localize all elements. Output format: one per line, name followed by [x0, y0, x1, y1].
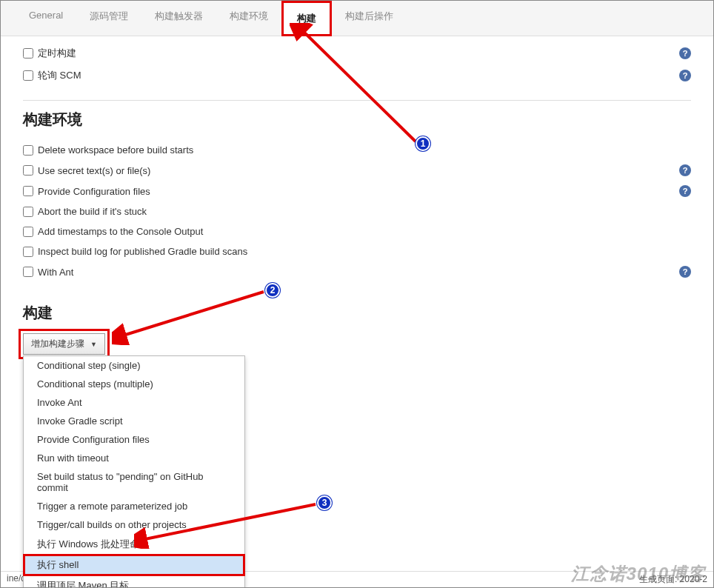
- trigger-label: 定时构建: [38, 47, 679, 60]
- tab-general[interactable]: General: [16, 1, 76, 36]
- help-icon[interactable]: ?: [679, 266, 691, 278]
- buildenv-label: Use secret text(s) or file(s): [38, 165, 679, 176]
- trigger-row: 轮询 SCM ?: [23, 64, 691, 87]
- checkbox-timed-build[interactable]: [23, 48, 33, 59]
- checkbox-poll-scm[interactable]: [23, 70, 33, 81]
- build-step-option[interactable]: Set build status to "pending" on GitHub …: [24, 467, 244, 497]
- build-step-option[interactable]: Invoke Ant: [24, 393, 244, 412]
- build-step-option[interactable]: Trigger a remote parameterized job: [24, 497, 244, 515]
- buildenv-label: With Ant: [38, 267, 679, 278]
- buildenv-checkbox[interactable]: [23, 247, 33, 257]
- add-build-step-button[interactable]: 增加构建步骤 ▼: [23, 333, 105, 355]
- buildenv-row: With Ant?: [23, 261, 691, 282]
- buildenv-row: Add timestamps to the Console Output: [23, 221, 691, 241]
- buildenv-label: Inspect build log for published Gradle b…: [38, 246, 691, 257]
- buildenv-checkbox[interactable]: [23, 145, 33, 156]
- build-step-option[interactable]: Invoke Gradle script: [24, 412, 244, 430]
- help-icon[interactable]: ?: [679, 70, 691, 81]
- buildenv-checkbox[interactable]: [23, 227, 33, 237]
- buildenv-label: Provide Configuration files: [38, 186, 679, 197]
- add-build-step-menu: Conditional step (single)Conditional ste…: [23, 355, 245, 588]
- buildenv-row: Provide Configuration files?: [23, 181, 691, 201]
- caret-down-icon: ▼: [90, 341, 97, 348]
- buildenv-checkbox[interactable]: [23, 186, 33, 196]
- buildenv-row: Use secret text(s) or file(s)?: [23, 160, 691, 181]
- trigger-label: 轮询 SCM: [38, 69, 679, 82]
- buildenv-title: 构建环境: [23, 110, 691, 130]
- watermark-text: 江念诺3010博客: [571, 562, 706, 586]
- add-build-step-label: 增加构建步骤: [31, 338, 84, 350]
- build-step-option[interactable]: Conditional step (single): [24, 356, 244, 375]
- tab-triggers[interactable]: 构建触发器: [141, 1, 216, 36]
- build-step-option[interactable]: Run with timeout: [24, 449, 244, 467]
- buildenv-row: Abort the build if it's stuck: [23, 201, 691, 221]
- help-icon[interactable]: ?: [679, 164, 691, 176]
- build-title: 构建: [23, 303, 691, 323]
- build-step-option[interactable]: Provide Configuration files: [24, 430, 244, 449]
- build-step-option[interactable]: Trigger/call builds on other projects: [24, 515, 244, 534]
- config-tabs: General 源码管理 构建触发器 构建环境 构建 构建后操作: [1, 1, 713, 36]
- buildenv-label: Add timestamps to the Console Output: [38, 226, 691, 237]
- buildenv-label: Delete workspace before build starts: [38, 144, 691, 156]
- tab-buildenv[interactable]: 构建环境: [216, 1, 281, 36]
- build-step-option[interactable]: Conditional steps (multiple): [24, 375, 244, 393]
- annotation-badge-3: 3: [317, 495, 332, 510]
- build-step-option[interactable]: 执行 shell: [24, 555, 244, 575]
- trigger-row: 定时构建 ?: [23, 42, 691, 64]
- tab-build[interactable]: 构建: [281, 1, 332, 36]
- annotation-badge-2: 2: [265, 283, 280, 298]
- help-icon[interactable]: ?: [679, 47, 691, 59]
- buildenv-checkbox[interactable]: [23, 267, 33, 277]
- section-divider: [23, 100, 691, 101]
- buildenv-checkbox[interactable]: [23, 207, 33, 217]
- buildenv-checkbox[interactable]: [23, 165, 33, 176]
- help-icon[interactable]: ?: [679, 185, 691, 197]
- tab-postbuild[interactable]: 构建后操作: [332, 1, 407, 36]
- buildenv-row: Inspect build log for published Gradle b…: [23, 241, 691, 261]
- annotation-badge-1: 1: [416, 136, 430, 151]
- buildenv-label: Abort the build if it's stuck: [38, 206, 691, 217]
- build-step-option[interactable]: 调用顶层 Maven 目标: [24, 575, 244, 588]
- tab-scm[interactable]: 源码管理: [76, 1, 141, 36]
- build-step-option[interactable]: 执行 Windows 批处理命令: [24, 534, 244, 555]
- buildenv-row: Delete workspace before build starts: [23, 140, 691, 160]
